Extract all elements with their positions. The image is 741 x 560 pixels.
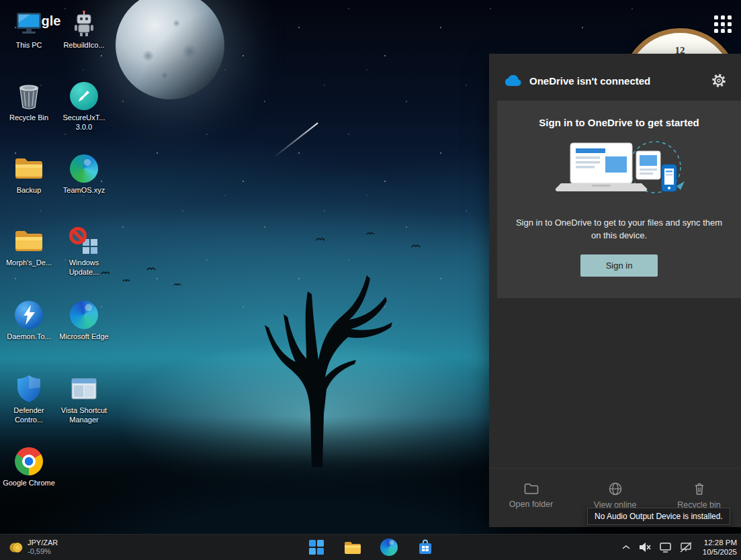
defender-shield-icon: [13, 373, 44, 404]
edge-button[interactable]: [380, 539, 398, 557]
desktop-icon-defender-control[interactable]: Defender Contro...: [0, 373, 58, 425]
desktop-icon-rebuildico[interactable]: RebuildIco...: [55, 8, 113, 50]
onedrive-signin-card: Sign in to OneDrive to get started: [497, 101, 741, 298]
prohibition-icon: [69, 227, 87, 244]
audio-tooltip: No Audio Output Device is installed.: [587, 508, 730, 525]
desktop-icon-microsoft-edge[interactable]: Microsoft Edge: [55, 299, 113, 342]
desktop-icon-label: Windows Update...: [55, 259, 113, 277]
file-explorer-button[interactable]: [343, 539, 361, 557]
bird-icon: [411, 243, 421, 248]
desktop-icon-label: TeamOS.xyz: [63, 186, 105, 195]
desktop-icon-label: SecureUxT... 3.0.0: [55, 113, 113, 132]
edge-icon: [380, 539, 398, 556]
desktop-icon-label: RebuildIco...: [63, 41, 104, 50]
microsoft-store-button[interactable]: [416, 539, 434, 557]
desktop-icon-daemon-tools[interactable]: Daemon.To...: [0, 299, 58, 342]
trash-icon: [693, 482, 705, 496]
desktop-icon-label: Morph's_De...: [6, 259, 52, 268]
onedrive-title: OneDrive isn't connected: [529, 75, 703, 87]
action-label: Open folder: [509, 500, 553, 509]
desktop-icon-label: Defender Contro...: [0, 406, 58, 425]
bird-icon: [173, 282, 181, 287]
this-pc-icon: [13, 8, 44, 39]
taskbar-center: [307, 539, 434, 557]
folder-icon: [13, 153, 44, 184]
taskbar-time: 12:28 PM: [703, 538, 737, 547]
onedrive-cloud-icon: [504, 75, 522, 87]
update-blocked-icon: [69, 226, 99, 256]
settings-gear-icon[interactable]: [710, 72, 728, 89]
stock-symbol: JPY/ZAR: [28, 539, 58, 547]
folder-icon: [13, 226, 44, 256]
globe-icon: [609, 482, 622, 496]
desktop-icon-label: Microsoft Edge: [59, 332, 108, 342]
desktop-icon-secureuxtheme[interactable]: SecureUxT... 3.0.0: [55, 81, 113, 132]
desktop-icon-label: Recycle Bin: [9, 113, 48, 123]
display-icon[interactable]: [660, 543, 671, 553]
desktop-icon-label: This PC: [15, 41, 42, 50]
folder-outline-icon: [524, 483, 539, 495]
desktop-icon-label: Vista Shortcut Manager: [55, 406, 113, 425]
recycle-bin-icon: [13, 81, 44, 111]
desktop-icon-windows-update-blocker[interactable]: Windows Update...: [55, 226, 113, 277]
devices-sync-illustration: [535, 139, 703, 206]
robot-icon: [69, 8, 99, 39]
edge-icon: [69, 299, 99, 330]
microsoft-store-icon: [417, 539, 433, 556]
desktop-icon-recycle-bin[interactable]: Recycle Bin: [0, 81, 58, 123]
desktop-icon-label: Google Chrome: [3, 479, 55, 488]
windows-desktop: oogle This PC Recycle Bin Backup Morph's…: [0, 0, 741, 560]
chrome-icon: [13, 446, 44, 477]
tray-chevron-up-icon[interactable]: [622, 545, 630, 550]
desktop-icon-this-pc[interactable]: This PC: [0, 8, 58, 50]
desktop-icon-label: Backup: [17, 186, 42, 195]
signin-heading: Sign in to OneDrive to get started: [515, 117, 724, 128]
bird-icon: [146, 266, 156, 271]
windows-logo-icon: [308, 539, 324, 555]
desktop-icon-vista-shortcut-manager[interactable]: Vista Shortcut Manager: [55, 373, 113, 425]
desktop-icon-teamos[interactable]: TeamOS.xyz: [55, 153, 113, 195]
desktop-icon-morphs-de[interactable]: Morph's_De...: [0, 226, 58, 268]
window-icon: [69, 373, 99, 404]
desktop-icon-google-chrome[interactable]: Google Chrome: [0, 446, 58, 488]
open-folder-action[interactable]: Open folder: [489, 483, 573, 513]
audio-muted-icon[interactable]: [639, 542, 651, 553]
bird-icon: [366, 231, 374, 236]
coin-icon: [9, 542, 23, 553]
bird-icon: [122, 278, 130, 283]
network-disconnected-icon[interactable]: [680, 542, 692, 553]
taskbar-clock[interactable]: 12:28 PM 10/5/2025: [703, 538, 737, 557]
stock-widget[interactable]: JPY/ZAR -0,59%: [5, 534, 62, 560]
taskbar: JPY/ZAR -0,59%: [0, 534, 741, 560]
signin-body-text: Sign in to OneDrive to get to your files…: [515, 217, 724, 242]
daemon-tools-icon: [13, 299, 44, 330]
start-button[interactable]: [307, 539, 325, 557]
desktop-icon-label: Daemon.To...: [7, 332, 50, 342]
apps-grid-icon[interactable]: [714, 15, 732, 33]
bird-icon: [316, 236, 325, 242]
theme-brush-icon: [69, 81, 99, 111]
file-explorer-icon: [344, 540, 361, 555]
sign-in-button[interactable]: Sign in: [580, 254, 658, 277]
stock-change: -0,59%: [28, 547, 58, 556]
onedrive-flyout: OneDrive isn't connected Sign in to OneD…: [489, 54, 741, 527]
teamos-icon: [69, 153, 99, 184]
taskbar-date: 10/5/2025: [703, 547, 737, 557]
system-tray: 12:28 PM 10/5/2025: [622, 534, 737, 560]
desktop-icon-backup[interactable]: Backup: [0, 153, 58, 195]
